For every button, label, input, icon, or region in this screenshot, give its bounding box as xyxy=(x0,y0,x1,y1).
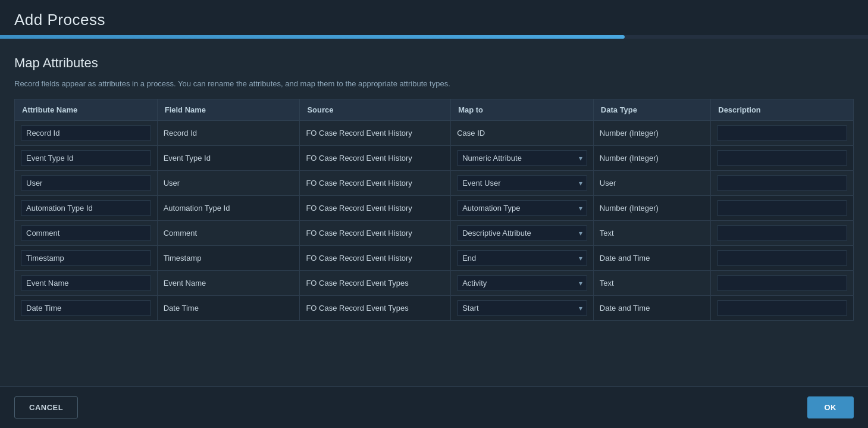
title-bar: Add Process xyxy=(0,0,868,35)
cell-description-3 xyxy=(711,196,854,221)
cell-attr-name-3 xyxy=(15,196,158,221)
cell-description-0 xyxy=(711,121,854,146)
cell-field-name-6: Event Name xyxy=(157,271,300,296)
col-header-data-type: Data Type xyxy=(593,99,710,121)
description-input-5[interactable] xyxy=(717,250,847,266)
attr-name-input-3[interactable] xyxy=(21,200,151,216)
cell-data-type-7: Date and Time xyxy=(593,296,710,321)
cell-field-name-2: User xyxy=(157,171,300,196)
attr-name-input-1[interactable] xyxy=(21,150,151,166)
table-row: CommentFO Case Record Event HistoryDescr… xyxy=(15,221,854,246)
cell-source-2: FO Case Record Event History xyxy=(300,171,451,196)
cell-source-6: FO Case Record Event Types xyxy=(300,271,451,296)
cell-description-5 xyxy=(711,246,854,271)
table-header-row: Attribute Name Field Name Source Map to … xyxy=(15,99,854,121)
attr-name-input-0[interactable] xyxy=(21,125,151,141)
table-row: TimestampFO Case Record Event HistoryEnd… xyxy=(15,246,854,271)
description-input-4[interactable] xyxy=(717,225,847,241)
attributes-table: Attribute Name Field Name Source Map to … xyxy=(14,99,854,321)
attr-name-input-7[interactable] xyxy=(21,300,151,316)
cell-field-name-4: Comment xyxy=(157,221,300,246)
table-row: Record IdFO Case Record Event HistoryCas… xyxy=(15,121,854,146)
cell-data-type-5: Date and Time xyxy=(593,246,710,271)
map-to-select-3[interactable]: Automation TypeCase IDNumeric AttributeE… xyxy=(457,200,587,216)
cell-source-0: FO Case Record Event History xyxy=(300,121,451,146)
cell-map-to-2: Event UserCase IDNumeric AttributeAutoma… xyxy=(451,171,594,196)
cell-map-to-0: Case ID xyxy=(451,121,594,146)
cell-field-name-7: Date Time xyxy=(157,296,300,321)
table-row: Event Type IdFO Case Record Event Histor… xyxy=(15,146,854,171)
section-title: Map Attributes xyxy=(14,55,854,71)
cell-attr-name-4 xyxy=(15,221,158,246)
cell-source-7: FO Case Record Event Types xyxy=(300,296,451,321)
map-to-select-wrapper-1: Numeric AttributeCase IDEvent UserAutoma… xyxy=(457,150,587,166)
description-input-6[interactable] xyxy=(717,275,847,291)
cell-attr-name-6 xyxy=(15,271,158,296)
cell-map-to-6: ActivityCase IDNumeric AttributeEvent Us… xyxy=(451,271,594,296)
cell-field-name-0: Record Id xyxy=(157,121,300,146)
attr-name-input-4[interactable] xyxy=(21,225,151,241)
table-row: Event NameFO Case Record Event TypesActi… xyxy=(15,271,854,296)
map-to-select-6[interactable]: ActivityCase IDNumeric AttributeEvent Us… xyxy=(457,275,587,291)
cell-attr-name-7 xyxy=(15,296,158,321)
cell-field-name-1: Event Type Id xyxy=(157,146,300,171)
cell-source-3: FO Case Record Event History xyxy=(300,196,451,221)
cell-data-type-3: Number (Integer) xyxy=(593,196,710,221)
cell-map-to-7: StartCase IDNumeric AttributeEvent UserA… xyxy=(451,296,594,321)
col-header-source: Source xyxy=(300,99,451,121)
cell-map-to-4: Descriptive AttributeCase IDNumeric Attr… xyxy=(451,221,594,246)
cell-attr-name-1 xyxy=(15,146,158,171)
col-header-map-to: Map to xyxy=(451,99,594,121)
cell-attr-name-0 xyxy=(15,121,158,146)
description-input-7[interactable] xyxy=(717,300,847,316)
col-header-attr-name: Attribute Name xyxy=(15,99,158,121)
cell-map-to-5: EndCase IDNumeric AttributeEvent UserAut… xyxy=(451,246,594,271)
description-input-3[interactable] xyxy=(717,200,847,216)
cell-description-7 xyxy=(711,296,854,321)
attr-name-input-2[interactable] xyxy=(21,175,151,191)
description-text: Record fields appear as attributes in a … xyxy=(14,79,854,88)
cell-description-2 xyxy=(711,171,854,196)
ok-button[interactable]: OK xyxy=(807,396,854,418)
description-input-1[interactable] xyxy=(717,150,847,166)
cell-data-type-2: User xyxy=(593,171,710,196)
cell-map-to-3: Automation TypeCase IDNumeric AttributeE… xyxy=(451,196,594,221)
map-to-select-wrapper-4: Descriptive AttributeCase IDNumeric Attr… xyxy=(457,225,587,241)
table-row: Automation Type IdFO Case Record Event H… xyxy=(15,196,854,221)
table-body: Record IdFO Case Record Event HistoryCas… xyxy=(15,121,854,321)
footer-bar: CANCEL OK xyxy=(0,386,868,428)
cell-field-name-3: Automation Type Id xyxy=(157,196,300,221)
cell-data-type-6: Text xyxy=(593,271,710,296)
description-input-2[interactable] xyxy=(717,175,847,191)
map-to-select-wrapper-2: Event UserCase IDNumeric AttributeAutoma… xyxy=(457,175,587,191)
map-to-select-wrapper-5: EndCase IDNumeric AttributeEvent UserAut… xyxy=(457,250,587,266)
cell-source-5: FO Case Record Event History xyxy=(300,246,451,271)
cell-description-1 xyxy=(711,146,854,171)
cell-source-4: FO Case Record Event History xyxy=(300,221,451,246)
description-input-0[interactable] xyxy=(717,125,847,141)
cell-field-name-5: Timestamp xyxy=(157,246,300,271)
cell-description-6 xyxy=(711,271,854,296)
col-header-field-name: Field Name xyxy=(157,99,300,121)
main-content: Map Attributes Record fields appear as a… xyxy=(0,39,868,386)
map-to-select-wrapper-6: ActivityCase IDNumeric AttributeEvent Us… xyxy=(457,275,587,291)
map-to-select-wrapper-7: StartCase IDNumeric AttributeEvent UserA… xyxy=(457,300,587,316)
cell-data-type-4: Text xyxy=(593,221,710,246)
attr-name-input-6[interactable] xyxy=(21,275,151,291)
map-to-select-7[interactable]: StartCase IDNumeric AttributeEvent UserA… xyxy=(457,300,587,316)
map-to-select-1[interactable]: Numeric AttributeCase IDEvent UserAutoma… xyxy=(457,150,587,166)
cell-source-1: FO Case Record Event History xyxy=(300,146,451,171)
map-to-select-4[interactable]: Descriptive AttributeCase IDNumeric Attr… xyxy=(457,225,587,241)
map-to-select-wrapper-3: Automation TypeCase IDNumeric AttributeE… xyxy=(457,200,587,216)
cancel-button[interactable]: CANCEL xyxy=(14,396,78,418)
map-to-select-5[interactable]: EndCase IDNumeric AttributeEvent UserAut… xyxy=(457,250,587,266)
col-header-description: Description xyxy=(711,99,854,121)
cell-data-type-0: Number (Integer) xyxy=(593,121,710,146)
cell-map-to-1: Numeric AttributeCase IDEvent UserAutoma… xyxy=(451,146,594,171)
cell-attr-name-2 xyxy=(15,171,158,196)
table-row: Date TimeFO Case Record Event TypesStart… xyxy=(15,296,854,321)
page-title: Add Process xyxy=(14,11,854,29)
cell-description-4 xyxy=(711,221,854,246)
map-to-select-2[interactable]: Event UserCase IDNumeric AttributeAutoma… xyxy=(457,175,587,191)
attr-name-input-5[interactable] xyxy=(21,250,151,266)
